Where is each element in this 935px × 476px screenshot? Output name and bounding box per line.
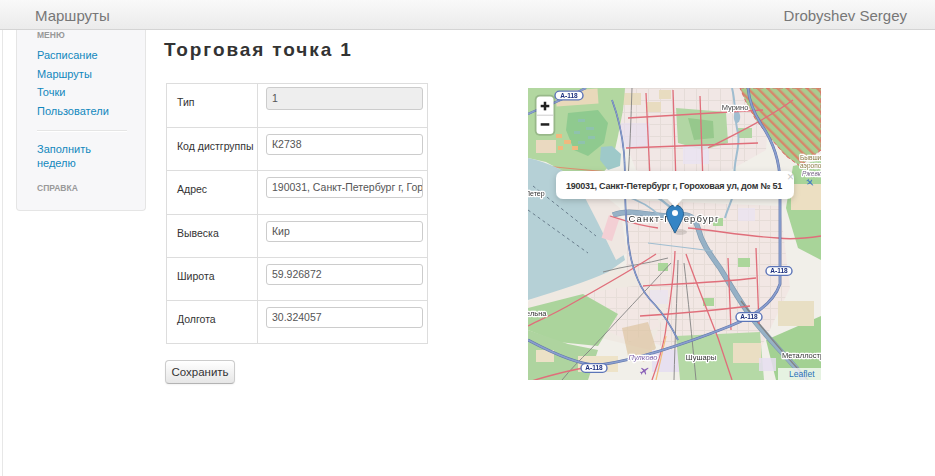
svg-text:Металлострой: Металлострой <box>782 351 821 360</box>
svg-text:ельна: ельна <box>528 309 547 318</box>
svg-text:190031, Санкт-Петербург г, Гор: 190031, Санкт-Петербург г, Гороховая ул,… <box>566 181 782 191</box>
svg-text:Шушары: Шушары <box>686 353 716 362</box>
svg-text:А-118: А-118 <box>770 267 788 274</box>
svg-text:×: × <box>787 170 794 184</box>
svg-text:аэропор: аэропор <box>800 162 821 170</box>
svg-text:Leaflet: Leaflet <box>789 369 815 379</box>
svg-text:Петер: Петер <box>528 190 545 198</box>
svg-text:Бывший: Бывший <box>800 154 821 161</box>
svg-text:А-118: А-118 <box>585 364 603 371</box>
svg-text:Пулково: Пулково <box>629 353 658 362</box>
svg-text:А-118: А-118 <box>560 92 578 99</box>
svg-text:А-118: А-118 <box>740 313 758 320</box>
svg-text:Мурино: Мурино <box>722 103 749 112</box>
svg-text:Ржевка: Ржевка <box>802 170 821 177</box>
